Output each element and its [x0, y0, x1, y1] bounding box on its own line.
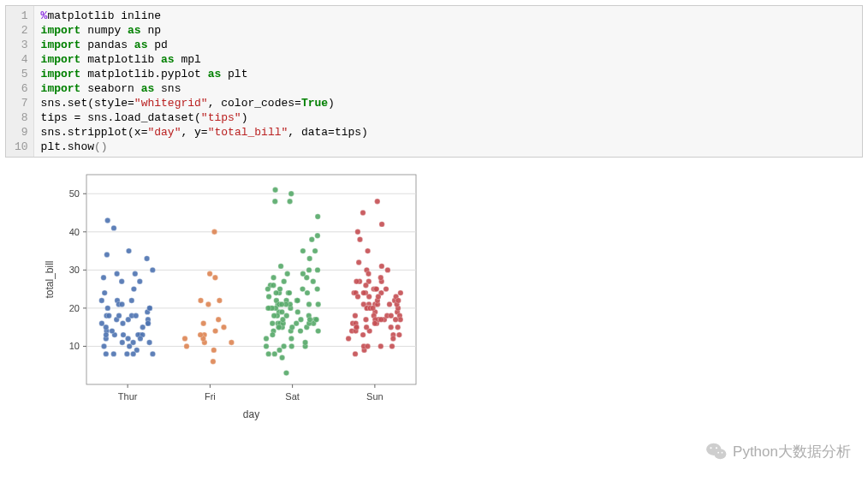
data-point: [360, 210, 366, 215]
data-point: [106, 313, 111, 318]
line-number: 8: [15, 110, 28, 125]
data-point: [265, 306, 271, 311]
line-number: 10: [15, 140, 28, 154]
data-point: [313, 317, 318, 322]
data-point: [144, 256, 149, 261]
data-point: [379, 264, 384, 269]
data-point: [229, 340, 234, 345]
data-point: [307, 317, 312, 322]
data-point: [212, 275, 217, 280]
data-point: [137, 279, 142, 284]
data-point: [111, 351, 116, 356]
data-point: [101, 343, 106, 348]
data-point: [302, 340, 307, 345]
data-point: [120, 321, 125, 326]
code-line: import matplotlib.pyplot as plt: [41, 67, 368, 81]
line-number: 9: [15, 125, 28, 140]
data-point: [389, 313, 394, 318]
data-point: [287, 199, 292, 204]
data-point: [272, 351, 277, 356]
data-point: [124, 351, 129, 356]
code-line: import numpy as np: [41, 23, 368, 38]
data-point: [147, 306, 152, 311]
data-point: [272, 187, 277, 193]
data-point: [315, 214, 320, 219]
data-point: [282, 279, 287, 284]
data-point: [104, 332, 109, 337]
data-point: [211, 359, 216, 364]
data-point: [126, 248, 131, 253]
data-point: [138, 336, 143, 341]
data-point: [120, 340, 125, 345]
data-point: [306, 301, 312, 306]
data-point: [383, 286, 389, 291]
data-point: [385, 267, 390, 272]
data-point: [312, 248, 318, 253]
data-point: [289, 343, 294, 348]
data-point: [294, 321, 299, 326]
data-point: [216, 317, 221, 322]
data-point: [305, 290, 310, 295]
data-point: [265, 286, 271, 291]
data-point: [146, 321, 151, 326]
code-line: sns.set(style="whitegrid", color_codes=T…: [41, 96, 368, 110]
code-line: %matplotlib inline: [41, 9, 368, 23]
data-point: [101, 275, 106, 280]
data-point: [279, 301, 284, 306]
data-point: [273, 290, 278, 295]
data-point: [289, 324, 294, 330]
data-point: [270, 332, 275, 337]
line-number-gutter: 12345678910: [6, 6, 34, 157]
code-line: import seaborn as sns: [41, 81, 368, 96]
data-point: [281, 343, 286, 348]
chart-output: 1020304050ThurFriSatSundaytotal_bill: [39, 166, 863, 423]
data-point: [300, 248, 306, 253]
data-point: [365, 248, 370, 253]
data-point: [276, 324, 282, 330]
data-point: [353, 313, 358, 318]
y-tick-label: 30: [69, 265, 80, 275]
data-point: [133, 271, 138, 277]
data-point: [366, 294, 372, 299]
data-point: [211, 348, 217, 353]
data-point: [376, 294, 381, 299]
data-point: [364, 324, 369, 330]
data-point: [354, 279, 359, 284]
data-point: [271, 283, 276, 288]
x-tick-label: Thur: [118, 391, 138, 402]
data-point: [284, 313, 289, 318]
y-tick-label: 10: [69, 341, 80, 351]
data-point: [221, 324, 226, 330]
x-tick-label: Sun: [366, 391, 383, 402]
data-point: [298, 328, 303, 333]
data-point: [294, 298, 300, 303]
data-point: [346, 336, 351, 341]
data-point: [110, 328, 115, 333]
data-point: [272, 199, 277, 204]
data-point: [378, 275, 383, 280]
data-point: [99, 298, 104, 303]
data-point: [150, 351, 155, 356]
data-point: [307, 256, 312, 261]
x-tick-label: Fri: [205, 391, 216, 402]
data-point: [114, 271, 119, 277]
data-point: [104, 324, 109, 330]
data-point: [366, 271, 371, 277]
data-point: [300, 286, 305, 291]
data-point: [131, 351, 136, 356]
data-point: [99, 321, 104, 326]
y-axis-label: total_bill: [44, 260, 56, 298]
data-point: [356, 259, 361, 265]
data-point: [395, 298, 401, 303]
data-point: [146, 340, 152, 345]
data-point: [361, 290, 366, 295]
data-point: [298, 317, 303, 322]
data-point: [393, 317, 398, 322]
code-cell: 12345678910 %matplotlib inlineimport num…: [5, 5, 863, 158]
line-number: 1: [15, 9, 28, 23]
data-point: [389, 343, 395, 348]
data-point: [316, 328, 321, 333]
data-point: [105, 217, 110, 223]
code-line: sns.stripplot(x="day", y="total_bill", d…: [41, 125, 368, 140]
data-point: [309, 237, 314, 242]
